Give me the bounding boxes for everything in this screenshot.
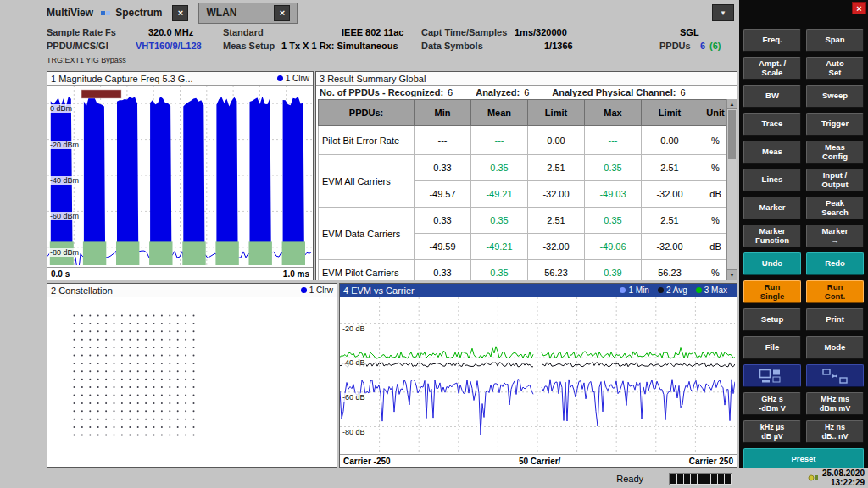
softkey-freq[interactable]: Freq. (743, 29, 801, 52)
softkey-lines[interactable]: Lines (743, 169, 801, 191)
softkey-undo[interactable]: Undo (743, 252, 801, 275)
scrollbar-thumb[interactable] (728, 110, 736, 159)
softkey-unit-mhz[interactable]: MHz ms dBm mV (806, 392, 864, 415)
recognized-value: 6 (448, 87, 453, 97)
window-result-summary[interactable]: 3 Result Summary Global No. of PPDUs - R… (315, 71, 737, 280)
softkey-unit-hz[interactable]: Hz ns dB.. nV (806, 420, 864, 443)
data-symbols-label: Data Symbols (421, 41, 483, 51)
softkey-sweep[interactable]: Sweep (806, 85, 864, 108)
softkey-mode[interactable]: Mode (806, 336, 864, 359)
softkey-run-single[interactable]: Run Single (743, 280, 801, 303)
softkey-unit-ghz[interactable]: GHz s -dBm V (743, 392, 801, 415)
summary-cell: --- (471, 126, 528, 155)
summary-cell: -32.00 (642, 234, 698, 260)
softkey-unit-khz[interactable]: kHz µs dB µV (743, 420, 801, 443)
summary-row-label: EVM All Carriers (319, 155, 415, 208)
display-layout-icon (759, 368, 786, 385)
summary-cell: 0.39 (585, 260, 642, 281)
summary-cell: -49.06 (585, 234, 642, 260)
softkey-marker-to[interactable]: Marker → (806, 225, 864, 247)
summary-cell: 2.51 (642, 155, 698, 181)
window-title-bar[interactable]: 2 Constellation 1 Clrw (47, 284, 337, 297)
summary-cell: 0.33 (415, 260, 471, 281)
legend-avg-label: 2 Avg (666, 286, 687, 295)
softkey-redo[interactable]: Redo (806, 252, 864, 275)
constellation-plot[interactable] (47, 297, 337, 467)
softkey-marker-function[interactable]: Marker Function (743, 225, 801, 247)
softkey-trace[interactable]: Trace (743, 113, 801, 136)
scroll-up-button[interactable]: ▲ (727, 99, 737, 109)
ppdu-mcs-gi-label: PPDU/MCS/GI (47, 41, 108, 51)
trace-dot (277, 75, 283, 81)
ppdus-label: PPDUs (659, 41, 691, 51)
window-title-bar[interactable]: 3 Result Summary Global (316, 72, 737, 86)
evm-plot[interactable]: -20 dB-40 dB-60 dB-80 dB (340, 297, 737, 454)
progress-segment (691, 474, 697, 484)
softkey-marker[interactable]: Marker (743, 197, 801, 219)
summary-row-label: EVM Pilot Carriers (319, 260, 415, 281)
summary-cell: -32.00 (642, 181, 698, 208)
trace-label: 1 Clrw (309, 286, 333, 295)
softkey-display-layout[interactable] (743, 364, 801, 387)
summary-row: EVM Pilot Carriers0.330.3556.230.3956.23… (319, 260, 733, 281)
summary-column-header: Max (585, 100, 642, 126)
summary-column-header: PPDUs: (319, 100, 415, 126)
softkey-grid: Freq.SpanAmpt. / ScaleAuto SetBWSweepTra… (743, 29, 864, 471)
sample-rate-label: Sample Rate Fs (47, 27, 116, 37)
analyzed-channel-value: 6 (680, 87, 685, 97)
tab-spectrum[interactable]: Spectrum (115, 7, 162, 19)
arrow-up-icon: ▲ (730, 102, 735, 107)
softkey-input-output[interactable]: Input / Output (806, 169, 864, 191)
progress-segment (698, 474, 704, 484)
softkey-trigger[interactable]: Trigger (806, 113, 864, 136)
channel-info-bar: Sample Rate Fs 320.0 MHz Standard IEEE 8… (38, 24, 739, 71)
softkey-ampt-scale[interactable]: Ampt. / Scale (743, 57, 801, 80)
softkey-run-cont[interactable]: Run Cont. (806, 280, 864, 303)
sgl-indicator: SGL (680, 27, 699, 37)
window-title-bar[interactable]: 4 EVM vs Carrier 1 Min 2 Avg 3 Max (340, 284, 737, 297)
softkey-peak-search[interactable]: Peak Search (806, 197, 864, 219)
summary-row: Pilot Bit Error Rate------0.00---0.00% (319, 126, 733, 155)
softkey-display-toggle[interactable] (806, 364, 864, 387)
softkey-meas-config[interactable]: Meas Config (806, 141, 864, 164)
summary-column-header: Limit (528, 100, 585, 126)
close-icon: × (178, 8, 183, 18)
window-title-bar[interactable]: 1 Magnitude Capture Freq 5.3 G... 1 Clrw (47, 72, 313, 86)
tab-wlan[interactable]: WLAN × (198, 3, 298, 24)
window-evm-vs-carrier[interactable]: 4 EVM vs Carrier 1 Min 2 Avg 3 Max -20 d… (339, 283, 737, 468)
analyzed-label: Analyzed: (476, 87, 520, 97)
datetime-panel: 25.08.2020 13:22:29 (739, 468, 868, 488)
tab-overflow-button[interactable]: ▾ (712, 4, 734, 21)
softkey-print[interactable]: Print (806, 308, 864, 331)
window-magnitude-capture[interactable]: 1 Magnitude Capture Freq 5.3 G... 1 Clrw… (47, 71, 314, 280)
ppdu-recognition-info: No. of PPDUs - Recognized: 6 Analyzed: 6… (316, 86, 737, 99)
softkey-file[interactable]: File (743, 336, 801, 359)
softkey-meas[interactable]: Meas (743, 141, 801, 164)
summary-row-label: Pilot Bit Error Rate (319, 126, 415, 155)
progress-indicator (669, 473, 732, 485)
magnitude-plot[interactable]: 0 dBm-20 dBm-40 dBm-60 dBm-80 dBm (47, 86, 313, 267)
summary-cell: 0.35 (585, 155, 642, 181)
tab-bar: MultiView Spectrum × WLAN × ▾ (38, 0, 739, 25)
tab-multiview[interactable]: MultiView (47, 7, 105, 19)
ready-status: Ready (616, 474, 643, 484)
summary-cell: 0.35 (471, 208, 528, 234)
summary-cell: --- (585, 126, 642, 155)
scroll-down-button[interactable]: ▼ (727, 269, 737, 280)
legend-max-dot (696, 287, 702, 293)
summary-column-header: Mean (471, 100, 528, 126)
multiview-grid-icon (101, 11, 105, 15)
summary-cell: 0.00 (642, 126, 698, 155)
close-spectrum-tab-button[interactable]: × (172, 5, 188, 21)
summary-cell: -49.21 (471, 234, 528, 260)
summary-scrollbar[interactable]: ▲ ▼ (726, 99, 737, 280)
softkey-span[interactable]: Span (806, 29, 864, 52)
close-wlan-tab-button[interactable]: × (274, 5, 290, 21)
softkey-auto-set[interactable]: Auto Set (806, 57, 864, 80)
softkey-setup[interactable]: Setup (743, 308, 801, 331)
window-constellation[interactable]: 2 Constellation 1 Clrw (47, 283, 337, 468)
softkey-sidebar: × Freq.SpanAmpt. / ScaleAuto SetBWSweepT… (739, 0, 868, 488)
ppdus-analyzed-value: (6) (709, 41, 721, 51)
softkey-bw[interactable]: BW (743, 85, 801, 108)
close-app-button[interactable]: × (852, 2, 866, 14)
